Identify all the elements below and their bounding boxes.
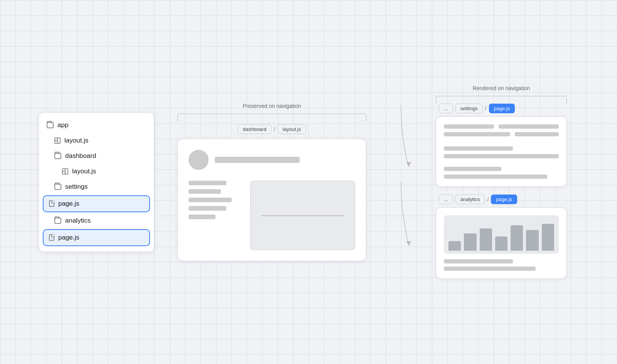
chart-bar (511, 225, 523, 251)
preview-right-col (250, 181, 355, 250)
placeholder-line (189, 215, 216, 219)
tree-item-layout1[interactable]: layout.js (39, 133, 154, 148)
rendered-card-analytics: ... analytics / page.js (436, 195, 567, 279)
preview-left-col (189, 181, 243, 250)
bc-analytics: analytics (455, 195, 485, 204)
preview-inner-line (261, 215, 344, 216)
preview-body (189, 181, 355, 250)
tree-item-label: page.js (58, 234, 79, 242)
main-container: app layout.js dashboard layout.js settin… (39, 85, 578, 279)
breadcrumb-chip-dashboard: dashboard (238, 124, 271, 134)
placeholder-line (189, 206, 226, 211)
placeholder-line (444, 132, 510, 136)
content-row (444, 132, 559, 136)
chart-bar (542, 224, 554, 251)
svg-marker-1 (406, 241, 411, 246)
bc-settings: settings (455, 104, 483, 113)
folder-icon (54, 153, 61, 159)
layout-icon (54, 138, 61, 144)
settings-card (436, 116, 567, 187)
preserved-breadcrumb: dashboard / layout.js (238, 124, 306, 134)
folder-icon (54, 184, 61, 190)
settings-content (444, 124, 559, 179)
preview-avatar (189, 150, 209, 170)
tree-item-label: dashboard (65, 152, 96, 160)
bc-pagejs-active-1: page.js (489, 104, 515, 113)
placeholder-line (444, 167, 501, 171)
tree-item-label: settings (65, 183, 88, 191)
folder-icon (54, 218, 61, 224)
rendered-card-settings: ... settings / page.js (436, 104, 567, 187)
tree-item-pagejs1[interactable]: page.js (43, 195, 150, 212)
rendered-breadcrumb-settings: ... settings / page.js (436, 104, 515, 113)
bc-pagejs-active-2: page.js (491, 195, 517, 204)
file-tree: app layout.js dashboard layout.js settin… (39, 112, 154, 252)
placeholder-line (189, 189, 221, 194)
analytics-card (436, 207, 567, 279)
file-icon (49, 234, 54, 241)
folder-icon (47, 122, 54, 128)
rendered-section: Rendered on navigation ... settings / pa… (436, 85, 567, 279)
file-icon (49, 200, 54, 207)
bc-ellipsis-1: ... (439, 104, 453, 113)
chart-bar (448, 241, 461, 251)
placeholder-line (444, 154, 559, 158)
placeholder-line (515, 132, 559, 136)
tree-item-layout2[interactable]: layout.js (39, 164, 154, 179)
content-row (444, 124, 559, 129)
placeholder-line (444, 267, 536, 271)
layout-icon (62, 168, 68, 174)
placeholder-line (444, 124, 494, 129)
arrows-column (389, 86, 413, 278)
svg-marker-0 (406, 162, 411, 167)
chart-bar (526, 230, 538, 251)
placeholder-line (189, 198, 232, 202)
tree-item-label: page.js (58, 200, 79, 208)
arrow-bottom (389, 182, 413, 267)
placeholder-line (444, 174, 547, 179)
preserved-preview-card (177, 139, 366, 261)
bc-ellipsis-2: ... (439, 195, 453, 204)
tree-item-label: layout.js (72, 168, 96, 175)
tree-item-label: analytics (65, 217, 91, 225)
preview-title-bar (215, 157, 300, 163)
tree-item-analytics[interactable]: analytics (39, 213, 154, 228)
placeholder-line (444, 259, 513, 263)
tree-item-settings[interactable]: settings (39, 179, 154, 195)
preview-header (189, 150, 355, 170)
breadcrumb-sep: / (274, 126, 275, 133)
bc-sep-1: / (485, 106, 487, 112)
placeholder-line (499, 124, 559, 129)
preserved-bracket (177, 114, 366, 121)
bc-sep-2: / (487, 196, 489, 203)
tree-item-label: app (57, 121, 68, 129)
tree-item-pagejs2[interactable]: page.js (43, 229, 150, 246)
spacer (444, 162, 559, 163)
preserved-label: Preserved on navigation (243, 103, 301, 109)
chart-bar (495, 237, 507, 251)
chart-bar (480, 228, 492, 251)
tree-item-label: layout.js (64, 137, 88, 144)
placeholder-line (444, 146, 513, 151)
spacer (444, 140, 559, 143)
chart-lines (444, 259, 559, 271)
tree-item-dashboard[interactable]: dashboard (39, 148, 154, 164)
placeholder-line (189, 181, 226, 185)
chart-bar (464, 233, 476, 251)
preserved-section: Preserved on navigation dashboard / layo… (177, 103, 366, 261)
arrow-top (389, 97, 413, 182)
chart-area (444, 215, 559, 254)
breadcrumb-chip-layout: layout.js (278, 124, 306, 134)
rendered-label: Rendered on navigation (436, 85, 567, 91)
rendered-bracket (436, 96, 567, 104)
tree-item-app[interactable]: app (39, 117, 154, 133)
rendered-cards: ... settings / page.js (436, 104, 567, 279)
rendered-breadcrumb-analytics: ... analytics / page.js (436, 195, 517, 204)
